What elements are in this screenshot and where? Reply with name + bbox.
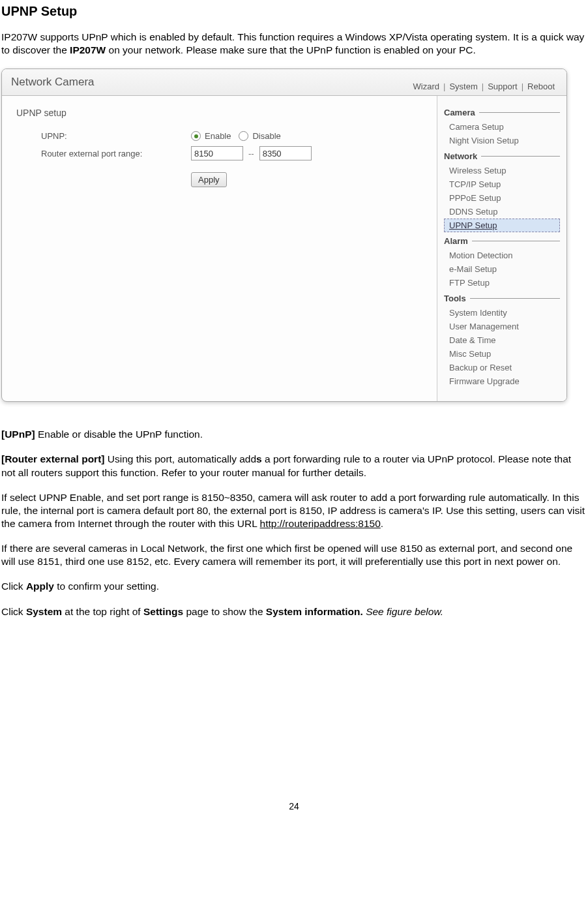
ui-main: UPNP setup UPNP: Enable Disable Router e… xyxy=(2,96,437,401)
sidebar-item-ftp[interactable]: FTP Setup xyxy=(444,276,560,290)
nav-support[interactable]: Support xyxy=(488,82,518,91)
port-start-input[interactable] xyxy=(191,146,243,160)
radio-enable[interactable] xyxy=(191,131,201,141)
sidebar-item-wireless[interactable]: Wireless Setup xyxy=(444,164,560,177)
dash: -- xyxy=(248,149,254,159)
para3: If select UPNP Enable, and set port rang… xyxy=(1,491,587,530)
ui-body: UPNP setup UPNP: Enable Disable Router e… xyxy=(2,96,566,401)
sidebar-item-email[interactable]: e-Mail Setup xyxy=(444,262,560,276)
para-router: [Router external port] Using this port, … xyxy=(1,453,587,479)
router-text-pre: Using this port, automatically add xyxy=(104,453,256,464)
ui-sidebar: Camera Camera Setup Night Vision Setup N… xyxy=(437,96,566,401)
enable-label: Enable xyxy=(205,131,231,141)
example-url[interactable]: http://routeripaddress:8150 xyxy=(260,518,381,529)
intro-paragraph: IP207W supports UPnP which is enabled by… xyxy=(1,31,587,57)
upnp-def-label: [UPnP] xyxy=(1,429,35,440)
para4: If there are several cameras in Local Ne… xyxy=(1,542,587,568)
nav-wizard[interactable]: Wizard xyxy=(413,82,439,91)
page-heading: UPNP Setup xyxy=(1,4,587,19)
port-row: Router external port range: -- xyxy=(15,146,424,160)
apply-button[interactable]: Apply xyxy=(191,172,227,187)
screenshot-ui: Network Camera Wizard|System|Support|Reb… xyxy=(1,68,567,402)
sidebar-item-tcpip[interactable]: TCP/IP Setup xyxy=(444,177,560,191)
upnp-def-text: Enable or disable the UPnP function. xyxy=(35,429,203,440)
para5: Click Apply to confirm your setting. xyxy=(1,580,587,593)
sidebar-item-identity[interactable]: System Identity xyxy=(444,306,560,320)
group-network: Network xyxy=(444,151,560,161)
ui-header: Network Camera Wizard|System|Support|Reb… xyxy=(2,69,566,96)
port-end-input[interactable] xyxy=(259,146,312,160)
sidebar-item-ddns[interactable]: DDNS Setup xyxy=(444,205,560,219)
section-title: UPNP setup xyxy=(15,108,424,118)
sidebar-item-upnp[interactable]: UPNP Setup xyxy=(444,219,560,232)
sidebar-item-motion[interactable]: Motion Detection xyxy=(444,249,560,262)
upnp-label: UPNP: xyxy=(41,131,191,141)
para6: Click System at the top right of Setting… xyxy=(1,605,587,618)
group-camera: Camera xyxy=(444,108,560,117)
router-text-s: s xyxy=(256,453,262,464)
para3-post: . xyxy=(381,518,383,529)
page-number: 24 xyxy=(1,801,587,825)
ui-title: Network Camera xyxy=(11,76,95,91)
sidebar-item-backup[interactable]: Backup or Reset xyxy=(444,361,560,374)
upnp-row: UPNP: Enable Disable xyxy=(15,131,424,141)
sidebar-item-firmware[interactable]: Firmware Upgrade xyxy=(444,374,560,388)
top-nav: Wizard|System|Support|Reboot xyxy=(413,82,555,91)
router-def-label: [Router external port] xyxy=(1,453,104,464)
sidebar-item-misc[interactable]: Misc Setup xyxy=(444,347,560,361)
para5-pre: Click xyxy=(1,581,26,592)
nav-reboot[interactable]: Reboot xyxy=(527,82,555,91)
intro-bold: IP207W xyxy=(70,44,106,55)
para6-b3: System information. xyxy=(266,606,363,617)
para6-b2: Settings xyxy=(143,606,183,617)
para6-b1: System xyxy=(26,606,62,617)
intro-post: on your network. Please make sure that t… xyxy=(106,44,476,55)
para5-apply: Apply xyxy=(26,581,54,592)
group-tools: Tools xyxy=(444,294,560,303)
sidebar-item-user-mgmt[interactable]: User Management xyxy=(444,320,560,333)
para6-pre: Click xyxy=(1,606,26,617)
nav-system[interactable]: System xyxy=(449,82,477,91)
sidebar-item-camera-setup[interactable]: Camera Setup xyxy=(444,120,560,134)
group-alarm: Alarm xyxy=(444,236,560,246)
sidebar-item-date-time[interactable]: Date & Time xyxy=(444,333,560,347)
sidebar-item-pppoe[interactable]: PPPoE Setup xyxy=(444,191,560,205)
para5-post: to confirm your setting. xyxy=(54,581,159,592)
para6-mid1: at the top right of xyxy=(62,606,143,617)
port-label: Router external port range: xyxy=(41,149,191,159)
para6-mid2: page to show the xyxy=(183,606,266,617)
upnp-radio-group: Enable Disable xyxy=(191,131,281,141)
para-upnp: [UPnP] Enable or disable the UPnP functi… xyxy=(1,428,587,441)
radio-disable[interactable] xyxy=(239,131,248,141)
para6-italic: See figure below. xyxy=(363,606,443,617)
sidebar-item-night-vision[interactable]: Night Vision Setup xyxy=(444,134,560,147)
disable-label: Disable xyxy=(252,131,280,141)
